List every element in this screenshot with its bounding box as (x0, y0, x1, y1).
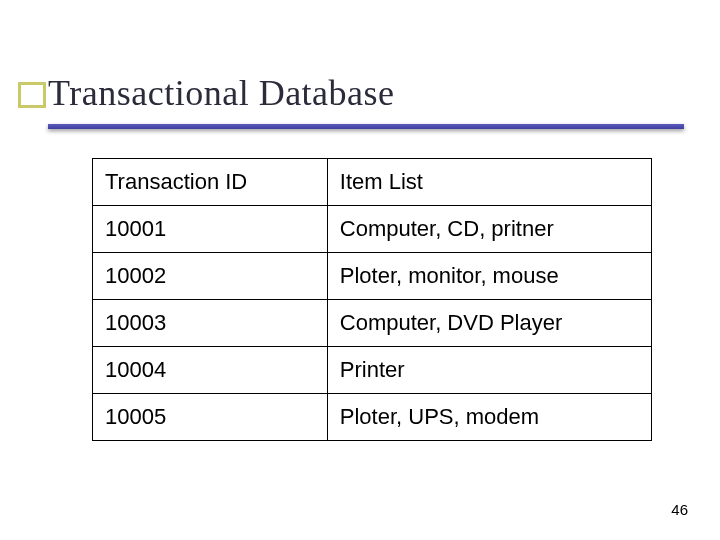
title-row: Transactional Database (48, 72, 690, 114)
table-row: 10002 Ploter, monitor, mouse (93, 253, 652, 300)
cell-transaction-id: 10005 (93, 394, 328, 441)
page-number: 46 (671, 501, 688, 518)
slide-title: Transactional Database (48, 72, 395, 114)
cell-transaction-id: 10001 (93, 206, 328, 253)
cell-transaction-id: 10004 (93, 347, 328, 394)
table-row: 10004 Printer (93, 347, 652, 394)
cell-item-list: Printer (327, 347, 651, 394)
cell-transaction-id: 10002 (93, 253, 328, 300)
table-row: 10005 Ploter, UPS, modem (93, 394, 652, 441)
table-header-row: Transaction ID Item List (93, 159, 652, 206)
cell-transaction-id: 10003 (93, 300, 328, 347)
col-header-transaction-id: Transaction ID (93, 159, 328, 206)
col-header-item-list: Item List (327, 159, 651, 206)
cell-item-list: Computer, DVD Player (327, 300, 651, 347)
cell-item-list: Computer, CD, pritner (327, 206, 651, 253)
table-row: 10003 Computer, DVD Player (93, 300, 652, 347)
title-underline (48, 124, 684, 129)
title-accent-box (18, 82, 46, 108)
slide: Transactional Database Transaction ID It… (0, 0, 720, 540)
transaction-table-wrapper: Transaction ID Item List 10001 Computer,… (92, 158, 652, 441)
cell-item-list: Ploter, UPS, modem (327, 394, 651, 441)
table-row: 10001 Computer, CD, pritner (93, 206, 652, 253)
transaction-table: Transaction ID Item List 10001 Computer,… (92, 158, 652, 441)
cell-item-list: Ploter, monitor, mouse (327, 253, 651, 300)
